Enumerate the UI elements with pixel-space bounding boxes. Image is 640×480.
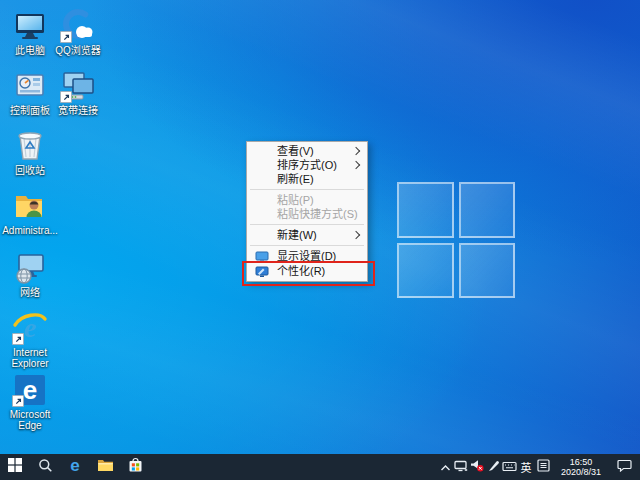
- menu-item-display-settings[interactable]: 显示设置(D): [247, 249, 367, 264]
- display-settings-icon: [247, 250, 277, 264]
- desktop-icon-recycle-bin[interactable]: 回收站: [2, 128, 58, 176]
- shortcut-arrow-badge: [12, 333, 24, 345]
- desktop-icon-qq-browser[interactable]: QQ浏览器: [50, 8, 106, 56]
- desktop-icon-microsoft-edge[interactable]: e Microsoft Edge: [2, 372, 58, 431]
- edge-taskbar-button[interactable]: e: [60, 454, 90, 480]
- desktop-icon-internet-explorer[interactable]: e Internet Explorer: [2, 310, 58, 369]
- search-icon: [38, 458, 53, 477]
- menu-item-new[interactable]: 新建(W): [247, 228, 367, 242]
- taskbar-clock[interactable]: 16:50 2020/8/31: [551, 457, 611, 478]
- icon-label: 网络: [2, 287, 58, 298]
- recycle-bin-icon: [12, 128, 48, 164]
- system-tray: 英 16:50 2020/8/31: [437, 454, 640, 480]
- icon-label: Administra...: [2, 225, 58, 236]
- tray-pen-button[interactable]: [485, 454, 501, 480]
- desktop-wallpaper[interactable]: 此电脑 QQ浏览器 控: [0, 0, 640, 454]
- clock-time: 16:50: [553, 457, 609, 468]
- start-icon: [8, 458, 22, 476]
- svg-text:e: e: [23, 375, 37, 405]
- action-center-button[interactable]: [611, 454, 637, 480]
- tray-ime-options-button[interactable]: [535, 454, 551, 480]
- network-icon: [12, 250, 48, 286]
- menu-item-personalize[interactable]: 个性化(R): [247, 264, 367, 279]
- network-display-icon: [454, 458, 468, 476]
- svg-text:e: e: [70, 456, 79, 474]
- icon-label: Microsoft Edge: [2, 409, 58, 431]
- menu-item-paste: 粘贴(P): [247, 193, 367, 207]
- file-explorer-button[interactable]: [90, 454, 120, 480]
- microsoft-edge-icon: e: [12, 372, 48, 408]
- taskbar: e: [0, 454, 640, 480]
- icon-label: Internet Explorer: [2, 347, 58, 369]
- shortcut-arrow-badge: [60, 31, 72, 43]
- menu-separator: [250, 245, 364, 246]
- volume-muted-icon: [470, 458, 484, 476]
- file-explorer-icon: [97, 458, 114, 476]
- edge-icon: e: [66, 456, 84, 478]
- search-button[interactable]: [30, 454, 60, 480]
- broadband-icon: [60, 68, 96, 104]
- store-button[interactable]: [120, 454, 150, 480]
- start-button[interactable]: [0, 454, 30, 480]
- context-menu: 查看(V) 排序方式(O) 刷新(E) 粘贴(P) 粘贴快捷方式(S) 新建(W…: [246, 141, 368, 282]
- internet-explorer-icon: e: [12, 310, 48, 346]
- submenu-arrow-icon: [352, 231, 360, 239]
- tray-network-button[interactable]: [453, 454, 469, 480]
- icon-label: QQ浏览器: [50, 45, 106, 56]
- chevron-up-icon: [440, 458, 451, 476]
- menu-item-refresh[interactable]: 刷新(E): [247, 172, 367, 186]
- icon-label: 回收站: [2, 165, 58, 176]
- qq-browser-icon: [60, 8, 96, 44]
- menu-separator: [250, 189, 364, 190]
- clock-date: 2020/8/31: [553, 467, 609, 478]
- submenu-arrow-icon: [352, 161, 360, 169]
- menu-separator: [250, 224, 364, 225]
- submenu-arrow-icon: [352, 147, 360, 155]
- tray-chevron-button[interactable]: [437, 454, 453, 480]
- ime-grid-icon: [537, 458, 550, 476]
- keyboard-icon: [502, 458, 517, 476]
- store-icon: [128, 457, 143, 477]
- shortcut-arrow-badge: [60, 91, 72, 103]
- desktop-icon-network[interactable]: 网络: [2, 250, 58, 298]
- menu-item-paste-shortcut: 粘贴快捷方式(S): [247, 207, 367, 221]
- windows-logo-wallpaper: [397, 182, 515, 298]
- action-center-icon: [617, 458, 632, 476]
- desktop-icon-administrator-folder[interactable]: Administra...: [2, 188, 58, 236]
- desktop-icon-broadband[interactable]: 宽带连接: [50, 68, 106, 116]
- personalization-icon: [247, 265, 277, 279]
- menu-item-view[interactable]: 查看(V): [247, 144, 367, 158]
- shortcut-arrow-badge: [12, 395, 24, 407]
- user-folder-icon: [12, 188, 48, 224]
- pen-icon: [487, 458, 500, 476]
- ime-language-indicator[interactable]: 英: [517, 459, 535, 475]
- tray-keyboard-button[interactable]: [501, 454, 517, 480]
- tray-volume-button[interactable]: [469, 454, 485, 480]
- menu-item-sort-by[interactable]: 排序方式(O): [247, 158, 367, 172]
- icon-label: 宽带连接: [50, 105, 106, 116]
- control-panel-icon: [12, 68, 48, 104]
- this-pc-icon: [12, 8, 48, 44]
